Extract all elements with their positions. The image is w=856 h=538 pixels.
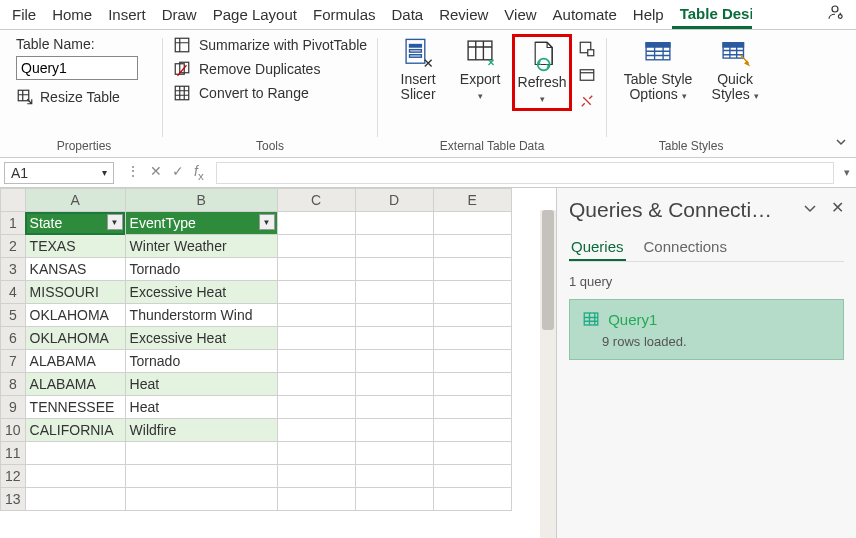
svg-rect-7 <box>175 86 189 100</box>
formula-options-icon[interactable]: ⋮ <box>126 163 140 182</box>
open-browser-icon[interactable] <box>578 66 596 84</box>
select-all-corner[interactable] <box>1 189 26 212</box>
worksheet-grid[interactable]: A B C D E 1 State▼ EventType▼ 2TEXASWint… <box>0 188 556 538</box>
row-header[interactable]: 11 <box>1 442 26 465</box>
tab-insert[interactable]: Insert <box>100 2 154 27</box>
tab-page-layout[interactable]: Page Layout <box>205 2 305 27</box>
tab-view[interactable]: View <box>496 2 544 27</box>
row-header[interactable]: 12 <box>1 465 26 488</box>
tab-formulas[interactable]: Formulas <box>305 2 384 27</box>
external-mini-buttons <box>578 34 596 110</box>
col-header-d[interactable]: D <box>355 189 433 212</box>
row-header[interactable]: 13 <box>1 488 26 511</box>
summarize-pivot-button[interactable]: Summarize with PivotTable <box>173 36 367 54</box>
header-state[interactable]: State▼ <box>25 212 125 235</box>
resize-table-button[interactable]: Resize Table <box>16 84 152 106</box>
tab-data[interactable]: Data <box>383 2 431 27</box>
convert-to-range-button[interactable]: Convert to Range <box>173 84 367 102</box>
group-label-properties: Properties <box>57 137 112 155</box>
row-header[interactable]: 7 <box>1 350 26 373</box>
insert-slicer-button[interactable]: Insert Slicer <box>388 34 448 105</box>
vertical-scrollbar[interactable] <box>540 210 556 538</box>
cell[interactable]: KANSAS <box>25 258 125 281</box>
tab-review[interactable]: Review <box>431 2 496 27</box>
tab-file[interactable]: File <box>4 2 44 27</box>
cell[interactable]: Excessive Heat <box>125 327 277 350</box>
svg-rect-18 <box>646 43 670 47</box>
cell[interactable]: Heat <box>125 373 277 396</box>
cell[interactable]: ALABAMA <box>25 373 125 396</box>
properties-icon[interactable] <box>578 40 596 58</box>
svg-rect-15 <box>588 50 594 56</box>
svg-rect-12 <box>468 41 492 60</box>
tab-automate[interactable]: Automate <box>545 2 625 27</box>
row-header[interactable]: 4 <box>1 281 26 304</box>
cell[interactable]: MISSOURI <box>25 281 125 304</box>
tab-help[interactable]: Help <box>625 2 672 27</box>
name-box[interactable]: A1 ▾ <box>4 162 114 184</box>
unlink-icon[interactable] <box>578 92 596 110</box>
pane-tab-connections[interactable]: Connections <box>642 234 729 261</box>
group-label-styles: Table Styles <box>659 137 724 155</box>
table-style-options-button[interactable]: Table Style Options ▾ <box>617 34 699 105</box>
resize-table-label: Resize Table <box>40 89 120 105</box>
row-header[interactable]: 8 <box>1 373 26 396</box>
refresh-button[interactable]: Refresh▾ <box>512 34 572 111</box>
chevron-down-icon: ▾ <box>754 91 759 101</box>
share-icon[interactable] <box>818 0 852 30</box>
table-name-input[interactable] <box>16 56 138 80</box>
row-header[interactable]: 3 <box>1 258 26 281</box>
tab-home[interactable]: Home <box>44 2 100 27</box>
remove-duplicates-button[interactable]: Remove Duplicates <box>173 60 367 78</box>
pane-tab-queries[interactable]: Queries <box>569 234 626 261</box>
cell[interactable]: Wildfire <box>125 419 277 442</box>
scrollbar-thumb[interactable] <box>542 210 554 330</box>
header-eventtype[interactable]: EventType▼ <box>125 212 277 235</box>
row-header[interactable]: 10 <box>1 419 26 442</box>
cell[interactable]: Tornado <box>125 350 277 373</box>
col-header-c[interactable]: C <box>277 189 355 212</box>
cell[interactable]: Excessive Heat <box>125 281 277 304</box>
tab-draw[interactable]: Draw <box>154 2 205 27</box>
table-name-label: Table Name: <box>16 36 152 52</box>
cell[interactable]: Heat <box>125 396 277 419</box>
ribbon-collapse-icon[interactable] <box>834 134 848 151</box>
row-header[interactable]: 9 <box>1 396 26 419</box>
confirm-icon[interactable]: ✓ <box>172 163 184 182</box>
row-header[interactable]: 1 <box>1 212 26 235</box>
col-header-e[interactable]: E <box>433 189 511 212</box>
cell[interactable]: TEXAS <box>25 235 125 258</box>
filter-dropdown-icon[interactable]: ▼ <box>259 214 275 230</box>
svg-rect-2 <box>18 90 29 101</box>
queries-connections-pane: Queries & Connections ✕ Queries Connecti… <box>556 188 856 538</box>
formula-input[interactable] <box>216 162 834 184</box>
cell[interactable]: OKLAHOMA <box>25 304 125 327</box>
cell[interactable]: Tornado <box>125 258 277 281</box>
query-count: 1 query <box>569 270 844 299</box>
col-header-a[interactable]: A <box>25 189 125 212</box>
row-header[interactable]: 2 <box>1 235 26 258</box>
col-header-b[interactable]: B <box>125 189 277 212</box>
fx-icon[interactable]: fx <box>194 163 204 182</box>
export-button[interactable]: Export▾ <box>450 34 510 105</box>
cell[interactable]: CALIFORNIA <box>25 419 125 442</box>
pane-close-icon[interactable]: ✕ <box>831 198 844 217</box>
formula-bar: A1 ▾ ⋮ ✕ ✓ fx ▾ <box>0 158 856 188</box>
tab-table-design[interactable]: Table Design <box>672 1 752 29</box>
quick-styles-button[interactable]: Quick Styles ▾ <box>705 34 765 105</box>
cell[interactable]: Winter Weather <box>125 235 277 258</box>
cancel-icon[interactable]: ✕ <box>150 163 162 182</box>
cell[interactable]: OKLAHOMA <box>25 327 125 350</box>
row-header[interactable]: 6 <box>1 327 26 350</box>
filter-dropdown-icon[interactable]: ▼ <box>107 214 123 230</box>
cell[interactable]: ALABAMA <box>25 350 125 373</box>
ribbon-body: Table Name: Resize Table Properties Summ… <box>0 30 856 158</box>
formula-expand-icon[interactable]: ▾ <box>838 166 856 179</box>
row-header[interactable]: 5 <box>1 304 26 327</box>
svg-rect-16 <box>580 70 594 81</box>
query-item[interactable]: Query1 9 rows loaded. <box>569 299 844 360</box>
query-name: Query1 <box>582 310 831 328</box>
cell[interactable]: TENNESSEE <box>25 396 125 419</box>
pane-collapse-icon[interactable] <box>802 200 818 219</box>
cell[interactable]: Thunderstorm Wind <box>125 304 277 327</box>
